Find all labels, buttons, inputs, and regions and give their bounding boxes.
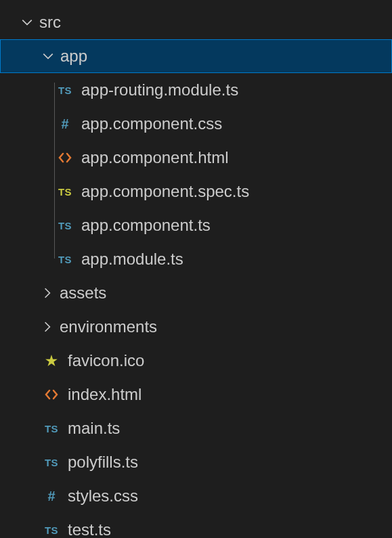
folder-app[interactable]: app [0,39,392,73]
file-favicon[interactable]: ★ favicon.ico [0,344,392,378]
file-app-component-css[interactable]: # app.component.css [0,107,392,141]
typescript-icon: TS [41,522,62,538]
chevron-right-icon [39,285,56,301]
folder-label: src [39,13,61,32]
file-label: index.html [68,385,141,404]
chevron-down-icon [40,48,56,64]
folder-src[interactable]: src [0,5,392,39]
file-label: app.component.ts [81,216,211,235]
file-polyfills-ts[interactable]: TS polyfills.ts [0,445,392,479]
folder-label: app [60,47,87,66]
file-app-component-spec[interactable]: TS app.component.spec.ts [0,175,392,208]
file-label: app.component.html [81,148,228,167]
file-test-ts[interactable]: TS test.ts [0,513,392,538]
typescript-spec-icon: TS [54,183,76,200]
folder-label: assets [60,284,106,302]
typescript-icon: TS [54,82,76,98]
file-label: favicon.ico [68,351,144,370]
indent-guide [54,83,55,259]
file-label: main.ts [68,419,120,438]
file-explorer-tree: src app TS app-routing.module.ts # app.c… [0,0,392,538]
file-app-component-html[interactable]: app.component.html [0,141,392,175]
file-app-routing-module[interactable]: TS app-routing.module.ts [0,73,392,107]
file-label: app.component.spec.ts [81,182,249,201]
file-main-ts[interactable]: TS main.ts [0,411,392,445]
file-label: app.component.css [81,114,222,133]
html-icon [41,386,62,403]
typescript-icon: TS [54,251,76,267]
typescript-icon: TS [41,454,62,470]
css-icon: # [41,488,62,504]
file-label: app.module.ts [81,250,183,269]
file-index-html[interactable]: index.html [0,378,392,411]
typescript-icon: TS [41,420,62,436]
folder-label: environments [60,317,157,336]
css-icon: # [54,116,76,132]
file-styles-css[interactable]: # styles.css [0,479,392,513]
file-label: polyfills.ts [68,453,138,472]
folder-environments[interactable]: environments [0,310,392,344]
typescript-icon: TS [54,217,76,233]
file-app-component-ts[interactable]: TS app.component.ts [0,208,392,242]
file-label: app-routing.module.ts [81,81,238,99]
file-app-module[interactable]: TS app.module.ts [0,242,392,276]
file-label: test.ts [68,520,111,538]
file-label: styles.css [68,487,138,506]
html-icon [54,150,76,166]
folder-assets[interactable]: assets [0,276,392,310]
chevron-down-icon [19,14,35,30]
chevron-right-icon [39,319,56,335]
favicon-icon: ★ [41,353,62,369]
